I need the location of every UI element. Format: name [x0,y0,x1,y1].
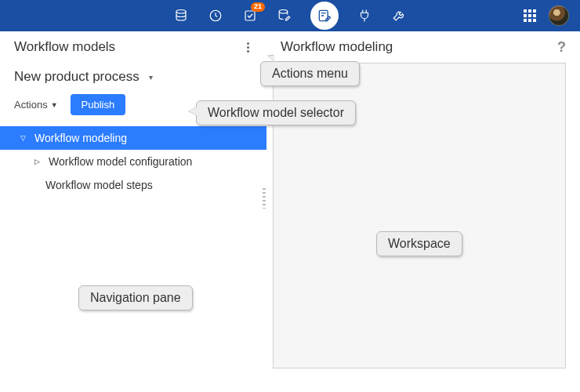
page-title-left: Workflow models [14,39,115,55]
svg-point-3 [279,10,288,14]
plug-icon[interactable] [356,7,373,24]
tree-item-model-configuration[interactable]: Workflow model configuration [0,150,266,173]
nav-tree: Workflow modeling Workflow model configu… [0,126,266,197]
chevron-down-icon: ▼ [51,101,58,109]
chevron-down-icon: ▾ [149,73,153,82]
checklist-icon[interactable]: 21 [241,7,259,24]
header-row: Workflow models Workflow modeling ? [0,31,580,63]
svg-rect-2 [245,11,255,20]
navigation-pane: New product process ▾ Actions ▼ Publish … [0,63,266,392]
apps-grid-icon[interactable] [524,9,536,22]
topbar: 21 [0,0,580,31]
clock-icon[interactable] [207,7,224,24]
tree-item-workflow-modeling[interactable]: Workflow modeling [0,126,266,150]
svg-point-0 [176,10,186,14]
database-icon[interactable] [172,7,190,24]
body: New product process ▾ Actions ▼ Publish … [0,63,580,392]
wrench-icon[interactable] [390,7,408,24]
action-row: Actions ▼ Publish [0,86,266,126]
page-title-right: Workflow modeling [281,39,393,55]
workspace-surface[interactable] [273,63,566,368]
db-edit-icon[interactable] [276,7,293,24]
tree-label: Workflow model configuration [49,155,192,168]
workflow-model-selector[interactable]: New product process ▾ [0,63,266,86]
topbar-center-icons: 21 [172,2,408,30]
avatar[interactable] [549,5,569,26]
form-edit-icon[interactable] [310,2,339,30]
model-name: New product process [14,69,140,85]
tree-label: Workflow modeling [34,132,127,144]
actions-label: Actions [14,99,48,111]
tree-label: Workflow model steps [45,179,153,191]
publish-button[interactable]: Publish [71,94,126,115]
tree-item-model-steps[interactable]: Workflow model steps [0,173,266,197]
notification-badge: 21 [251,2,265,12]
actions-menu-button[interactable] [244,39,252,56]
pane-resize-handle[interactable] [263,188,266,209]
actions-dropdown[interactable]: Actions ▼ [14,99,58,111]
workspace-panel [266,63,580,392]
triangle-open-icon [20,134,28,142]
header-left: Workflow models [0,31,266,63]
header-right: Workflow modeling ? [266,31,580,63]
triangle-closed-icon [34,158,42,165]
topbar-right [524,0,569,31]
help-icon[interactable]: ? [557,39,566,56]
